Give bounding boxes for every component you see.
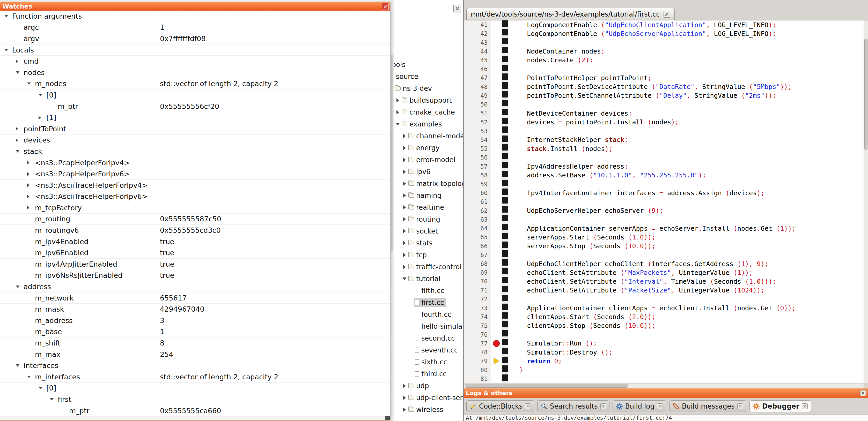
line-number[interactable]: 62: [464, 206, 491, 215]
code-line[interactable]: 71 echoClient.SetAttribute ("PacketSize"…: [464, 286, 864, 295]
watch-row[interactable]: [0]: [0, 383, 390, 394]
breakpoint-margin[interactable]: [491, 233, 502, 241]
code-line[interactable]: 52 devices = pointToPoint.Install (nodes…: [464, 118, 864, 126]
close-icon[interactable]: ×: [657, 403, 663, 409]
scrollbar-thumb[interactable]: [391, 54, 393, 251]
close-icon[interactable]: ×: [525, 403, 531, 409]
expander-open-icon[interactable]: [4, 49, 12, 51]
line-number[interactable]: 66: [464, 241, 491, 250]
expander-open-icon[interactable]: [4, 15, 12, 17]
expander-closed-icon[interactable]: [38, 116, 46, 120]
line-number[interactable]: 59: [464, 180, 491, 189]
breakpoint-margin[interactable]: [491, 127, 502, 135]
line-number[interactable]: 75: [464, 321, 491, 330]
breakpoint-margin[interactable]: [491, 65, 502, 73]
line-number[interactable]: 69: [464, 268, 491, 277]
watch-row[interactable]: stack: [0, 146, 390, 157]
close-icon[interactable]: ×: [860, 390, 866, 396]
code-line[interactable]: 65 serverApps.Start (Seconds (1.0));: [464, 233, 864, 241]
expander-closed-icon[interactable]: [402, 265, 407, 269]
expander-closed-icon[interactable]: [402, 384, 407, 388]
watch-row[interactable]: m_routing0x555555587c50: [0, 214, 390, 225]
line-number[interactable]: 79: [464, 357, 491, 365]
code-line[interactable]: 48 pointToPoint.SetDeviceAttribute ("Dat…: [464, 83, 864, 91]
breakpoint-margin[interactable]: [491, 277, 502, 286]
log-tab-debugger[interactable]: Debugger×: [749, 400, 811, 412]
breakpoint-margin[interactable]: [491, 357, 502, 365]
tree-folder-traffic-control[interactable]: traffic-control: [394, 261, 463, 273]
code-line[interactable]: 45 nodes.Create (2);: [464, 56, 864, 65]
expander-closed-icon[interactable]: [16, 60, 24, 63]
watch-row[interactable]: <ns3::AsciiTraceHelperForIpv6>: [0, 191, 390, 202]
code-line[interactable]: 77 Simulator::Run ();: [464, 339, 864, 348]
line-number[interactable]: 46: [464, 65, 491, 73]
line-number[interactable]: 44: [464, 47, 491, 56]
breakpoint-margin[interactable]: [491, 91, 502, 100]
expander-closed-icon[interactable]: [395, 110, 401, 114]
scrollbar-thumb[interactable]: [465, 384, 628, 388]
watch-row[interactable]: m_ptr0x55555556cf20: [0, 101, 390, 112]
code-line[interactable]: 44 NodeContainer nodes;: [464, 47, 864, 56]
line-number[interactable]: 63: [464, 215, 491, 224]
tree-folder-cmake-cache[interactable]: cmake_cache: [394, 106, 463, 118]
code-line[interactable]: 63: [464, 215, 864, 224]
expander-open-icon[interactable]: [395, 123, 401, 125]
tree-folder-wireless[interactable]: wireless: [394, 404, 463, 416]
breakpoint-margin[interactable]: [491, 303, 502, 313]
line-number[interactable]: 56: [464, 153, 491, 162]
line-number[interactable]: 57: [464, 162, 491, 171]
tree-folder-error-model[interactable]: error-model: [394, 154, 463, 166]
code-line[interactable]: 68 UdpEchoClientHelper echoClient (inter…: [464, 259, 864, 268]
tree-folder-routing[interactable]: routing: [394, 213, 463, 225]
code-line[interactable]: 81: [464, 375, 864, 383]
code-line[interactable]: 79 return 0;: [464, 357, 864, 365]
code-line[interactable]: 55 stack.Install (nodes);: [464, 144, 864, 153]
column-divider[interactable]: [316, 10, 316, 416]
tree-folder-buildsupport[interactable]: buildsupport: [394, 94, 463, 106]
code-line[interactable]: 51 NetDeviceContainer devices;: [464, 109, 864, 118]
code-line[interactable]: 64 ApplicationContainer serverApps = ech…: [464, 224, 864, 233]
tree-vertical-scrollbar[interactable]: [390, 0, 394, 421]
tree-folder-matrix-topology[interactable]: matrix-topology: [394, 177, 463, 190]
breakpoint-margin[interactable]: [491, 73, 502, 82]
code-editor[interactable]: 41 LogComponentEnable ("UdpEchoClientApp…: [464, 21, 864, 383]
line-number[interactable]: 67: [464, 251, 491, 259]
code-line[interactable]: 57 Ipv4AddressHelper address;: [464, 162, 864, 171]
code-line[interactable]: 76: [464, 330, 864, 339]
watches-title-bar[interactable]: Watches: [0, 2, 390, 10]
breakpoint-margin[interactable]: [491, 295, 502, 303]
code-line[interactable]: 50: [464, 100, 864, 109]
watch-row[interactable]: argv0x7fffffffdf08: [0, 33, 390, 44]
scrollbar-thumb[interactable]: [864, 38, 867, 150]
line-number[interactable]: 48: [464, 83, 491, 91]
close-icon[interactable]: ×: [600, 403, 606, 409]
line-number[interactable]: 50: [464, 100, 491, 109]
breakpoint-margin[interactable]: [491, 162, 502, 171]
expander-closed-icon[interactable]: [395, 98, 401, 102]
line-number[interactable]: 61: [464, 197, 491, 206]
expander-closed-icon[interactable]: [27, 172, 35, 176]
tree-folder-tools[interactable]: tools: [394, 59, 463, 71]
tree-folder-examples[interactable]: examples: [394, 118, 463, 130]
watch-row[interactable]: m_ptr0x5555555ca660: [0, 405, 390, 416]
watch-row[interactable]: <ns3::AsciiTraceHelperForIpv4>: [0, 180, 390, 191]
editor-horizontal-scrollbar[interactable]: [464, 383, 864, 388]
line-number[interactable]: 68: [464, 259, 491, 268]
breakpoint-margin[interactable]: [491, 135, 502, 144]
expander-closed-icon[interactable]: [402, 182, 407, 186]
log-tab-code-blocks[interactable]: Code::Blocks×: [466, 400, 534, 412]
code-line[interactable]: 59: [464, 180, 864, 189]
watch-row[interactable]: address: [0, 281, 390, 292]
watch-row[interactable]: m_shift8: [0, 337, 390, 349]
breakpoint-margin[interactable]: [491, 251, 502, 259]
breakpoint-margin[interactable]: [491, 215, 502, 224]
watch-row[interactable]: m_ipv4Enabledtrue: [0, 236, 390, 248]
tree-file-fourth-cc[interactable]: fourth.cc: [394, 309, 463, 320]
code-line[interactable]: 56: [464, 153, 864, 162]
code-line[interactable]: 58 address.SetBase ("10.1.1.0", "255.255…: [464, 171, 864, 180]
expander-open-icon[interactable]: [38, 387, 46, 389]
tree-file-hello-simulator-cc[interactable]: hello-simulator.cc: [394, 320, 463, 332]
line-number[interactable]: 65: [464, 233, 491, 241]
code-line[interactable]: 61: [464, 197, 864, 206]
breakpoint-margin[interactable]: [491, 83, 502, 91]
